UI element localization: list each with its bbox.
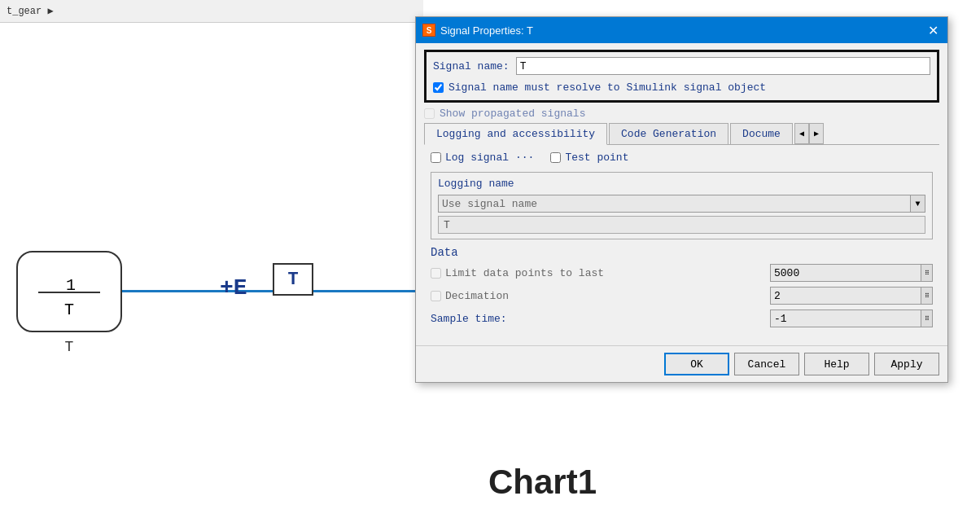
logging-name-group: Logging name Use signal name ▼ T [431, 172, 933, 239]
show-propagated-label: Show propagated signals [440, 108, 585, 120]
log-signal-ellipsis: ··· [515, 151, 534, 164]
limit-data-input[interactable] [770, 264, 921, 282]
data-group-title: Data [431, 246, 933, 259]
titlebar-left: S Signal Properties: T [422, 24, 533, 37]
sample-time-row: Sample time: ⠿ [431, 309, 933, 327]
limit-data-input-group: ⠿ [770, 264, 933, 282]
test-point-item: Test point [550, 151, 628, 164]
tab-logging[interactable]: Logging and accessibility [424, 123, 607, 145]
log-signal-checkbox[interactable] [431, 152, 441, 163]
cancel-button[interactable]: Cancel [734, 353, 799, 375]
dialog-titlebar: S Signal Properties: T ✕ [416, 17, 947, 43]
logging-name-title: Logging name [438, 178, 925, 190]
dialog-body: Signal name: Signal name must resolve to… [416, 43, 947, 345]
test-point-checkbox[interactable] [550, 152, 561, 163]
resolve-checkbox-row: Signal name must resolve to Simulink sig… [433, 81, 930, 94]
show-propagated-checkbox[interactable] [424, 108, 435, 119]
tab-scroll-right[interactable]: ▶ [809, 123, 824, 144]
sample-time-input-group: ⠿ [770, 309, 933, 327]
limit-data-label: Limit data points to last [431, 267, 763, 279]
signal-name-row: Signal name: [433, 57, 930, 75]
ground-symbol: +E [220, 275, 247, 301]
block-divider [38, 292, 100, 293]
tabs-bar: Logging and accessibility Code Generatio… [424, 123, 939, 145]
dialog-close-button[interactable]: ✕ [925, 22, 941, 38]
tab-document[interactable]: Docume [730, 123, 793, 144]
dialog-title-icon: S [422, 24, 435, 37]
tab-code-generation[interactable]: Code Generation [609, 123, 728, 144]
decimation-input-group: ⠿ [770, 287, 933, 305]
dialog-footer: OK Cancel Help Apply [416, 345, 947, 382]
sample-time-input[interactable] [770, 309, 921, 327]
logging-name-select[interactable]: Use signal name [438, 195, 911, 213]
logging-name-display: T [438, 216, 925, 234]
decimation-spinner[interactable]: ⠿ [921, 287, 933, 305]
breadcrumb-text: t_gear ▶ [7, 5, 54, 17]
tab-content-logging: Log signal ··· Test point Logging name U… [424, 145, 939, 339]
resolve-checkbox[interactable] [433, 82, 444, 93]
limit-data-spinner[interactable]: ⠿ [921, 264, 933, 282]
logging-name-select-row: Use signal name ▼ [438, 195, 925, 213]
apply-button[interactable]: Apply [874, 353, 939, 375]
resolve-label: Signal name must resolve to Simulink sig… [448, 81, 766, 94]
show-propagated-row: Show propagated signals [424, 108, 939, 120]
signal-name-input[interactable] [516, 57, 930, 75]
select-arrow-icon: ▼ [911, 195, 925, 213]
decimation-label: Decimation [431, 290, 763, 302]
test-point-label: Test point [565, 151, 628, 164]
decimation-checkbox[interactable] [431, 291, 441, 301]
decimation-row: Decimation ⠿ [431, 287, 933, 305]
signal-label-box[interactable]: T [273, 263, 313, 296]
help-button[interactable]: Help [804, 353, 869, 375]
sample-time-label: Sample time: [431, 313, 763, 325]
log-signal-item: Log signal ··· [431, 151, 534, 164]
signal-name-section: Signal name: Signal name must resolve to… [424, 50, 939, 103]
breadcrumb: t_gear ▶ [0, 0, 423, 23]
data-section: Data Limit data points to last ⠿ [431, 246, 933, 327]
signal-properties-dialog: S Signal Properties: T ✕ Signal name: Si… [415, 16, 948, 383]
limit-data-row: Limit data points to last ⠿ [431, 264, 933, 282]
block-denominator: T [64, 301, 74, 319]
tab-scroll-left[interactable]: ◀ [794, 123, 809, 144]
dialog-title: Signal Properties: T [440, 24, 533, 37]
ok-button[interactable]: OK [664, 353, 729, 375]
transfer-block-container: 1 T T [16, 251, 122, 332]
sample-time-spinner[interactable]: ⠿ [921, 309, 933, 327]
log-signal-label: Log signal [445, 151, 509, 164]
chart-label: Chart1 [488, 463, 597, 502]
block-label: T [65, 339, 74, 355]
limit-data-checkbox[interactable] [431, 268, 441, 279]
signal-name-label: Signal name: [433, 60, 510, 72]
diagram-area: 1 T T +E T [0, 23, 423, 518]
log-signal-row: Log signal ··· Test point [431, 151, 933, 164]
transfer-block[interactable]: 1 T [16, 251, 122, 332]
decimation-input[interactable] [770, 287, 921, 305]
